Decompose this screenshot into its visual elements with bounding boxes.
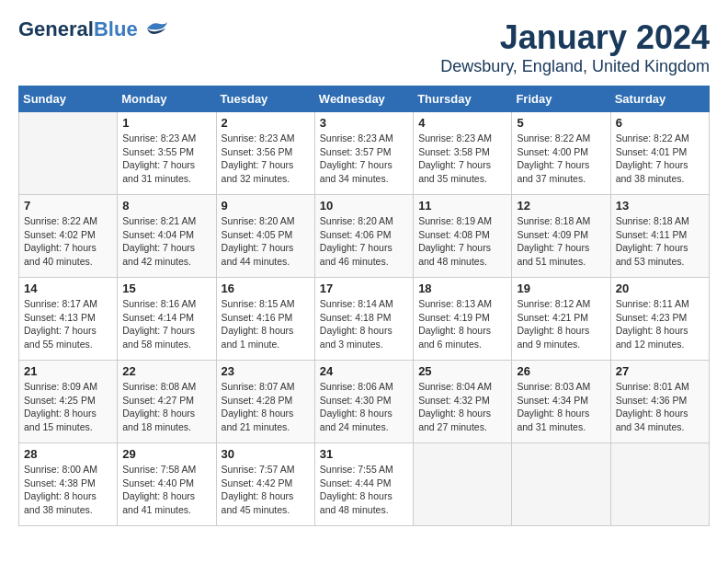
day-info: Sunrise: 8:15 AM Sunset: 4:16 PM Dayligh… xyxy=(222,297,310,351)
day-number: 8 xyxy=(122,199,210,213)
day-cell: 7Sunrise: 8:22 AM Sunset: 4:02 PM Daylig… xyxy=(19,195,118,278)
day-cell: 11Sunrise: 8:19 AM Sunset: 4:08 PM Dayli… xyxy=(414,195,512,278)
day-info: Sunrise: 7:55 AM Sunset: 4:44 PM Dayligh… xyxy=(320,463,408,517)
month-title: January 2024 xyxy=(440,18,710,57)
day-cell: 4Sunrise: 8:23 AM Sunset: 3:58 PM Daylig… xyxy=(414,112,512,195)
day-info: Sunrise: 8:23 AM Sunset: 3:57 PM Dayligh… xyxy=(320,132,408,186)
day-cell: 8Sunrise: 8:21 AM Sunset: 4:04 PM Daylig… xyxy=(118,195,216,278)
day-info: Sunrise: 8:00 AM Sunset: 4:38 PM Dayligh… xyxy=(24,463,112,517)
day-cell: 1Sunrise: 8:23 AM Sunset: 3:55 PM Daylig… xyxy=(118,112,216,195)
day-cell: 21Sunrise: 8:09 AM Sunset: 4:25 PM Dayli… xyxy=(19,361,118,443)
day-cell: 10Sunrise: 8:20 AM Sunset: 4:06 PM Dayli… xyxy=(314,195,413,278)
day-number: 2 xyxy=(222,116,310,130)
header-saturday: Saturday xyxy=(610,86,709,112)
day-number: 31 xyxy=(320,447,408,461)
day-info: Sunrise: 8:11 AM Sunset: 4:23 PM Dayligh… xyxy=(616,297,704,351)
day-number: 5 xyxy=(517,116,605,130)
day-number: 22 xyxy=(122,364,210,378)
header-sunday: Sunday xyxy=(19,86,118,112)
day-info: Sunrise: 8:13 AM Sunset: 4:19 PM Dayligh… xyxy=(418,297,506,351)
day-cell xyxy=(512,443,610,526)
location-title: Dewsbury, England, United Kingdom xyxy=(440,57,710,76)
page-header: GeneralBlue January 2024 Dewsbury, Engla… xyxy=(18,18,710,76)
day-cell: 30Sunrise: 7:57 AM Sunset: 4:42 PM Dayli… xyxy=(216,443,314,526)
day-number: 4 xyxy=(418,116,506,130)
day-info: Sunrise: 8:08 AM Sunset: 4:27 PM Dayligh… xyxy=(122,380,210,434)
day-cell: 31Sunrise: 7:55 AM Sunset: 4:44 PM Dayli… xyxy=(314,443,413,526)
day-info: Sunrise: 8:18 AM Sunset: 4:11 PM Dayligh… xyxy=(616,214,704,269)
day-cell: 22Sunrise: 8:08 AM Sunset: 4:27 PM Dayli… xyxy=(118,361,216,443)
week-row-4: 28Sunrise: 8:00 AM Sunset: 4:38 PM Dayli… xyxy=(19,443,710,526)
day-number: 15 xyxy=(122,282,210,295)
day-info: Sunrise: 8:21 AM Sunset: 4:04 PM Dayligh… xyxy=(122,214,210,269)
day-info: Sunrise: 8:23 AM Sunset: 3:55 PM Dayligh… xyxy=(122,132,210,186)
day-number: 23 xyxy=(222,364,310,378)
day-info: Sunrise: 8:16 AM Sunset: 4:14 PM Dayligh… xyxy=(122,297,210,351)
day-number: 12 xyxy=(517,199,605,213)
day-cell: 25Sunrise: 8:04 AM Sunset: 4:32 PM Dayli… xyxy=(414,361,512,443)
day-cell: 27Sunrise: 8:01 AM Sunset: 4:36 PM Dayli… xyxy=(610,361,709,443)
day-cell: 9Sunrise: 8:20 AM Sunset: 4:05 PM Daylig… xyxy=(216,195,314,278)
day-info: Sunrise: 8:18 AM Sunset: 4:09 PM Dayligh… xyxy=(517,214,605,269)
day-cell: 28Sunrise: 8:00 AM Sunset: 4:38 PM Dayli… xyxy=(19,443,118,526)
day-info: Sunrise: 8:06 AM Sunset: 4:30 PM Dayligh… xyxy=(320,380,408,434)
day-cell: 14Sunrise: 8:17 AM Sunset: 4:13 PM Dayli… xyxy=(19,278,118,361)
day-cell xyxy=(19,112,118,195)
day-info: Sunrise: 8:23 AM Sunset: 3:56 PM Dayligh… xyxy=(222,132,310,186)
day-number: 13 xyxy=(616,199,704,213)
day-info: Sunrise: 8:23 AM Sunset: 3:58 PM Dayligh… xyxy=(418,132,506,186)
day-number: 30 xyxy=(222,447,310,461)
day-number: 26 xyxy=(517,364,605,378)
day-number: 6 xyxy=(616,116,704,130)
day-number: 17 xyxy=(320,282,408,295)
day-number: 1 xyxy=(122,116,210,130)
week-row-1: 7Sunrise: 8:22 AM Sunset: 4:02 PM Daylig… xyxy=(19,195,710,278)
day-number: 27 xyxy=(616,364,704,378)
day-number: 29 xyxy=(122,447,210,461)
week-row-3: 21Sunrise: 8:09 AM Sunset: 4:25 PM Dayli… xyxy=(19,361,710,443)
day-number: 20 xyxy=(616,282,704,295)
day-info: Sunrise: 8:20 AM Sunset: 4:06 PM Dayligh… xyxy=(320,214,408,269)
day-cell: 17Sunrise: 8:14 AM Sunset: 4:18 PM Dayli… xyxy=(314,278,413,361)
day-cell xyxy=(610,443,709,526)
day-number: 14 xyxy=(24,282,112,295)
day-number: 9 xyxy=(222,199,310,213)
day-cell: 16Sunrise: 8:15 AM Sunset: 4:16 PM Dayli… xyxy=(216,278,314,361)
day-info: Sunrise: 8:17 AM Sunset: 4:13 PM Dayligh… xyxy=(24,297,112,351)
day-cell: 23Sunrise: 8:07 AM Sunset: 4:28 PM Dayli… xyxy=(216,361,314,443)
day-cell: 20Sunrise: 8:11 AM Sunset: 4:23 PM Dayli… xyxy=(610,278,709,361)
day-info: Sunrise: 7:57 AM Sunset: 4:42 PM Dayligh… xyxy=(222,463,310,517)
day-info: Sunrise: 8:22 AM Sunset: 4:00 PM Dayligh… xyxy=(517,132,605,186)
day-cell: 19Sunrise: 8:12 AM Sunset: 4:21 PM Dayli… xyxy=(512,278,610,361)
logo-text: GeneralBlue xyxy=(18,18,138,40)
header-monday: Monday xyxy=(118,86,216,112)
header-row: SundayMondayTuesdayWednesdayThursdayFrid… xyxy=(19,86,710,112)
day-cell: 12Sunrise: 8:18 AM Sunset: 4:09 PM Dayli… xyxy=(512,195,610,278)
calendar-table: SundayMondayTuesdayWednesdayThursdayFrid… xyxy=(18,86,710,526)
day-cell xyxy=(414,443,512,526)
header-tuesday: Tuesday xyxy=(216,86,314,112)
day-info: Sunrise: 8:19 AM Sunset: 4:08 PM Dayligh… xyxy=(418,214,506,269)
day-info: Sunrise: 7:58 AM Sunset: 4:40 PM Dayligh… xyxy=(122,463,210,517)
day-info: Sunrise: 8:12 AM Sunset: 4:21 PM Dayligh… xyxy=(517,297,605,351)
day-number: 7 xyxy=(24,199,112,213)
header-friday: Friday xyxy=(512,86,610,112)
day-cell: 2Sunrise: 8:23 AM Sunset: 3:56 PM Daylig… xyxy=(216,112,314,195)
day-cell: 13Sunrise: 8:18 AM Sunset: 4:11 PM Dayli… xyxy=(610,195,709,278)
day-cell: 18Sunrise: 8:13 AM Sunset: 4:19 PM Dayli… xyxy=(414,278,512,361)
day-number: 21 xyxy=(24,364,112,378)
day-number: 11 xyxy=(418,199,506,213)
day-info: Sunrise: 8:09 AM Sunset: 4:25 PM Dayligh… xyxy=(24,380,112,434)
day-info: Sunrise: 8:01 AM Sunset: 4:36 PM Dayligh… xyxy=(616,380,704,434)
day-cell: 24Sunrise: 8:06 AM Sunset: 4:30 PM Dayli… xyxy=(314,361,413,443)
day-cell: 15Sunrise: 8:16 AM Sunset: 4:14 PM Dayli… xyxy=(118,278,216,361)
day-number: 18 xyxy=(418,282,506,295)
week-row-2: 14Sunrise: 8:17 AM Sunset: 4:13 PM Dayli… xyxy=(19,278,710,361)
day-info: Sunrise: 8:20 AM Sunset: 4:05 PM Dayligh… xyxy=(222,214,310,269)
day-info: Sunrise: 8:22 AM Sunset: 4:01 PM Dayligh… xyxy=(616,132,704,186)
day-info: Sunrise: 8:22 AM Sunset: 4:02 PM Dayligh… xyxy=(24,214,112,269)
day-number: 3 xyxy=(320,116,408,130)
header-thursday: Thursday xyxy=(414,86,512,112)
day-info: Sunrise: 8:03 AM Sunset: 4:34 PM Dayligh… xyxy=(517,380,605,434)
day-number: 19 xyxy=(517,282,605,295)
